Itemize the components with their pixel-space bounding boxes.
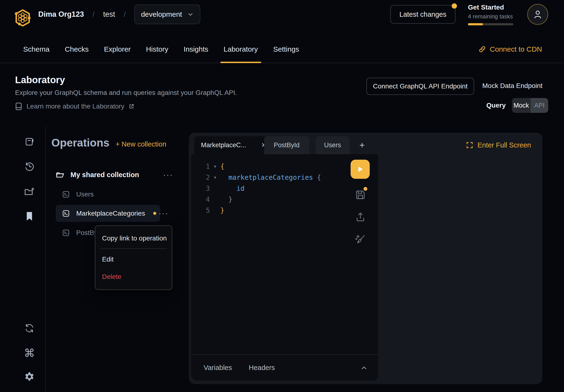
operation-name: Users (76, 191, 94, 198)
mock-data-endpoint-button[interactable]: Mock Data Endpoint (482, 78, 542, 94)
connect-graphql-endpoint-button[interactable]: Connect GraphQL API Endpoint (366, 78, 474, 95)
operation-row-users[interactable]: Users (56, 187, 163, 201)
line-number: 5 (191, 207, 210, 214)
code-line: 5 } (191, 205, 378, 216)
editor-tab-users[interactable]: Users (316, 136, 350, 154)
prettify-broom-icon[interactable] (354, 233, 366, 245)
menu-divider (100, 248, 167, 249)
laboratory-page: Dima Org123 / test / development Latest … (0, 0, 564, 392)
operation-context-menu: Copy link to operation Edit Delete (95, 225, 172, 290)
tab-history[interactable]: History (146, 36, 168, 63)
latest-changes-label: Latest changes (399, 11, 446, 18)
operation-name: MarketplaceCategories (76, 210, 145, 217)
tab-insights[interactable]: Insights (183, 36, 208, 63)
collapse-chevron-icon[interactable] (360, 355, 368, 381)
history-icon[interactable] (24, 161, 35, 172)
editor-tab-label: MarketplaceC... (201, 141, 246, 149)
query-label: Query (486, 102, 506, 109)
run-query-button[interactable] (351, 160, 370, 179)
hive-logo-icon[interactable] (14, 9, 31, 27)
more-options-icon[interactable]: ··· (157, 206, 171, 221)
operations-header: Operations + New collection (51, 136, 166, 149)
tab-checks[interactable]: Checks (65, 36, 89, 63)
enter-full-screen-label: Enter Full Screen (478, 141, 531, 149)
menu-item-delete[interactable]: Delete (102, 273, 121, 281)
folder-open-icon (56, 171, 64, 179)
variables-headers-bar: Variables Headers (191, 354, 378, 380)
target-selector-value: development (141, 10, 182, 18)
tab-explorer[interactable]: Explorer (104, 36, 131, 63)
editor-tab-postbyid[interactable]: PostById (264, 136, 309, 154)
page-title: Laboratory (15, 75, 65, 85)
code-token: id (220, 184, 245, 192)
tab-schema[interactable]: Schema (23, 36, 49, 63)
code-token: { (313, 174, 321, 182)
unsaved-changes-dot (363, 187, 367, 191)
rail-divider (45, 126, 46, 392)
bookmark-icon[interactable] (24, 211, 35, 222)
collection-name: My shared collection (70, 171, 139, 179)
line-number: 3 (191, 184, 210, 192)
code-area: 1 ▾ { 2 ▾ marketplaceCategories { 3 id 4 (191, 161, 378, 216)
connect-graphql-endpoint-label: Connect GraphQL API Endpoint (373, 83, 468, 90)
editor-tab-label: Users (324, 141, 341, 149)
tab-variables[interactable]: Variables (204, 364, 232, 372)
new-collection-folder-icon[interactable] (24, 186, 35, 197)
connect-to-cdn-link[interactable]: Connect to CDN (479, 36, 542, 63)
menu-item-copy-link[interactable]: Copy link to operation (102, 235, 167, 242)
notification-dot (452, 3, 457, 9)
endpoint-toggle: Mock API (512, 98, 548, 113)
command-palette-icon[interactable]: ⌘ (24, 348, 35, 359)
breadcrumb-org[interactable]: Dima Org123 (38, 10, 84, 19)
learn-more-label: Learn more about the Laboratory (27, 102, 124, 110)
connect-to-cdn-label: Connect to CDN (490, 45, 542, 53)
settings-gear-icon[interactable] (24, 371, 35, 382)
sync-icon[interactable] (24, 323, 35, 334)
user-avatar[interactable] (527, 4, 548, 25)
get-started-widget[interactable]: Get Started 4 remaining tasks (468, 4, 515, 25)
learn-more-link[interactable]: Learn more about the Laboratory (15, 102, 134, 111)
more-options-icon[interactable]: ··· (163, 171, 173, 179)
toggle-option-api[interactable]: API (531, 98, 548, 113)
laboratory-editor-panel: MarketplaceC... ✕ PostById Users + Enter… (189, 133, 542, 384)
header-right: Latest changes Get Started 4 remaining t… (390, 0, 548, 29)
latest-changes-button[interactable]: Latest changes (390, 5, 455, 24)
get-started-progressbar (468, 23, 513, 25)
line-number: 4 (191, 196, 210, 203)
save-operation-button[interactable] (354, 189, 366, 201)
query-editor[interactable]: 1 ▾ { 2 ▾ marketplaceCategories { 3 id 4 (191, 154, 378, 380)
editor-tab-marketplace[interactable]: MarketplaceC... ✕ (194, 136, 273, 154)
breadcrumb: Dima Org123 / test / development (38, 0, 200, 29)
new-tab-button[interactable]: + (355, 136, 369, 154)
new-collection-button[interactable]: + New collection (116, 140, 166, 148)
operation-row-marketplace-categories[interactable]: MarketplaceCategories (56, 205, 160, 222)
toggle-option-mock[interactable]: Mock (512, 98, 531, 113)
operation-terminal-icon (62, 229, 69, 236)
fold-arrow-icon[interactable]: ▾ (210, 164, 220, 169)
breadcrumb-project[interactable]: test (103, 10, 115, 19)
fullscreen-icon (466, 141, 473, 149)
share-operation-button[interactable] (354, 211, 366, 223)
editor-tab-label: PostById (274, 141, 300, 149)
code-line: 4 } (191, 194, 378, 205)
tab-settings[interactable]: Settings (273, 36, 299, 63)
operation-terminal-icon (62, 191, 69, 198)
mock-data-endpoint-label: Mock Data Endpoint (482, 82, 542, 90)
get-started-progress-fill (468, 23, 483, 25)
query-endpoint-toggle-row: Query Mock API (486, 98, 548, 113)
primary-nav: Schema Checks Explorer History Insights … (0, 36, 564, 63)
tab-headers[interactable]: Headers (249, 364, 275, 372)
menu-item-edit[interactable]: Edit (102, 255, 113, 263)
code-line: 2 ▾ marketplaceCategories { (191, 172, 378, 183)
breadcrumb-separator: / (124, 10, 126, 18)
archive-icon[interactable] (24, 136, 35, 147)
get-started-subtitle: 4 remaining tasks (468, 13, 515, 20)
enter-full-screen-button[interactable]: Enter Full Screen (466, 138, 531, 152)
tab-laboratory[interactable]: Laboratory (224, 36, 258, 63)
page-description: Explore your GraphQL schema and run quer… (15, 89, 237, 97)
line-number: 2 (191, 174, 210, 182)
target-selector[interactable]: development (134, 4, 200, 24)
code-token: } (220, 207, 224, 214)
fold-arrow-icon[interactable]: ▾ (210, 175, 220, 180)
collection-row-my-shared[interactable]: My shared collection ··· (56, 167, 173, 182)
